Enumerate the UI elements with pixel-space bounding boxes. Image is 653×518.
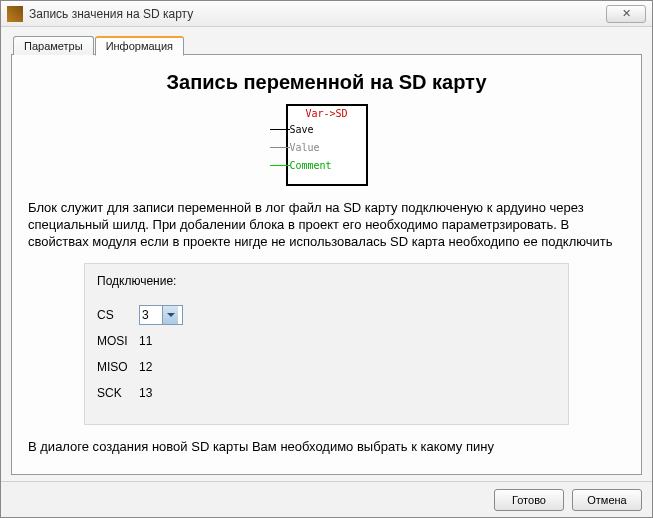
cancel-button[interactable]: Отмена: [572, 489, 642, 511]
diagram-pin-value: Value: [290, 140, 320, 154]
diagram-box: Var->SD Save Value Comment: [286, 104, 368, 186]
diagram-label: Var->SD: [288, 106, 366, 123]
pin-label: Save: [290, 124, 314, 135]
description-text: Блок служит для записи переменной в лог …: [28, 200, 625, 251]
page-heading: Запись переменной на SD карту: [24, 71, 629, 94]
tab-panel-information: Запись переменной на SD карту Var->SD Sa…: [11, 54, 642, 475]
tab-parameters[interactable]: Параметры: [13, 36, 94, 55]
diagram-pin-comment: Comment: [290, 158, 332, 172]
mosi-label: MOSI: [97, 334, 139, 348]
close-button[interactable]: ✕: [606, 5, 646, 23]
connection-panel: Подключение: CS MOSI 11 MISO: [84, 263, 569, 425]
tab-strip: Параметры Информация: [11, 33, 642, 55]
pin-label: Comment: [290, 160, 332, 171]
row-cs: CS: [97, 302, 556, 328]
close-icon: ✕: [622, 7, 631, 20]
sck-value: 13: [139, 386, 152, 400]
button-bar: Готово Отмена: [1, 481, 652, 517]
miso-label: MISO: [97, 360, 139, 374]
pin-label: Value: [290, 142, 320, 153]
cs-label: CS: [97, 308, 139, 322]
ok-button[interactable]: Готово: [494, 489, 564, 511]
description-text-2: В диалоге создания новой SD карты Вам не…: [28, 439, 625, 456]
row-sck: SCK 13: [97, 380, 556, 406]
tab-label: Информация: [106, 40, 173, 52]
content-area: Параметры Информация Запись переменной н…: [1, 27, 652, 481]
row-mosi: MOSI 11: [97, 328, 556, 354]
tab-label: Параметры: [24, 40, 83, 52]
cs-input[interactable]: [140, 306, 162, 324]
button-label: Готово: [512, 494, 546, 506]
sck-label: SCK: [97, 386, 139, 400]
cs-combobox[interactable]: [139, 305, 183, 325]
block-diagram: Var->SD Save Value Comment: [24, 104, 629, 186]
panel-title: Подключение:: [97, 274, 556, 288]
button-label: Отмена: [587, 494, 626, 506]
miso-value: 12: [139, 360, 152, 374]
row-miso: MISO 12: [97, 354, 556, 380]
tab-information[interactable]: Информация: [95, 36, 184, 56]
title-bar: Запись значения на SD карту ✕: [1, 1, 652, 27]
window-title: Запись значения на SD карту: [29, 7, 606, 21]
app-icon: [7, 6, 23, 22]
dialog-window: Запись значения на SD карту ✕ Параметры …: [0, 0, 653, 518]
chevron-down-icon: [167, 311, 175, 319]
cs-dropdown-button[interactable]: [162, 306, 178, 324]
mosi-value: 11: [139, 334, 152, 348]
diagram-pin-save: Save: [290, 122, 314, 136]
